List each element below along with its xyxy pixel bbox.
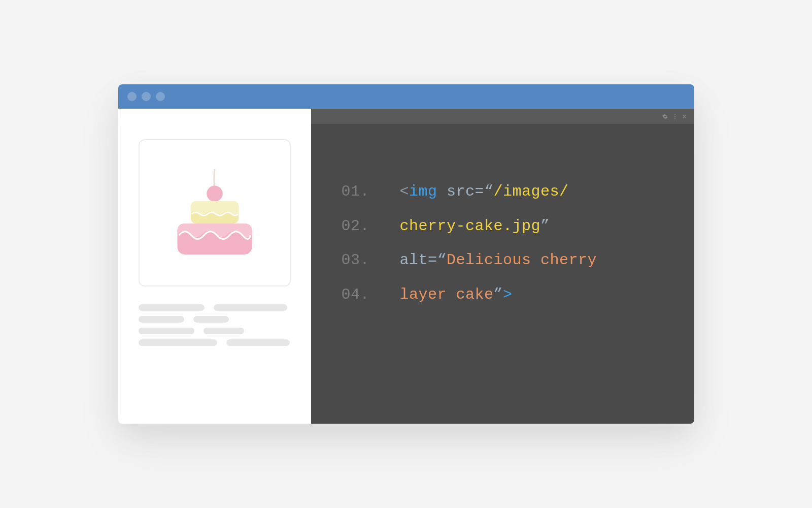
code-token: ” [540, 217, 550, 235]
code-content: layer cake”> [400, 278, 513, 312]
code-token: “ [484, 183, 494, 200]
placeholder-line [214, 304, 287, 311]
code-content: alt=“Delicious cherry [400, 243, 597, 278]
placeholder-line [139, 339, 217, 346]
code-token: Delicious cherry [447, 251, 597, 269]
code-editor[interactable]: 01.<img src=“/images/02.cherry-cake.jpg”… [311, 124, 694, 424]
close-icon[interactable] [682, 114, 687, 119]
svg-point-0 [207, 185, 223, 202]
code-token: < [400, 183, 410, 200]
code-token: ” [494, 286, 503, 303]
traffic-light-maximize[interactable] [156, 92, 165, 101]
code-token: “ [437, 251, 447, 269]
placeholder-line [226, 339, 290, 346]
code-token: cherry-cake.jpg [400, 217, 541, 235]
code-line: 01.<img src=“/images/ [342, 175, 664, 209]
placeholder-line [139, 304, 205, 311]
traffic-light-minimize[interactable] [142, 92, 151, 101]
code-line: 04.layer cake”> [342, 278, 664, 312]
editor-toolbar: ⋮ [311, 109, 694, 124]
code-token: img [409, 183, 437, 200]
code-content: cherry-cake.jpg” [400, 209, 550, 244]
placeholder-line [139, 316, 184, 323]
code-token: > [503, 286, 513, 303]
code-token: alt= [400, 251, 437, 269]
code-line: 02.cherry-cake.jpg” [342, 209, 664, 244]
image-preview-card [139, 139, 291, 287]
code-token: layer cake [400, 286, 494, 303]
placeholder-line [204, 328, 244, 334]
placeholder-line [193, 316, 229, 323]
code-token: /images/ [494, 183, 569, 200]
line-number: 03. [342, 243, 400, 278]
gear-icon[interactable] [662, 114, 668, 119]
preview-pane [118, 109, 311, 424]
line-number: 04. [342, 278, 400, 312]
code-token [437, 183, 447, 200]
line-number: 02. [342, 209, 400, 244]
code-content: <img src=“/images/ [400, 175, 569, 209]
traffic-light-close[interactable] [127, 92, 137, 101]
browser-window: ⋮ 01.<img src=“/images/02.cherry-cake.jp… [118, 84, 694, 424]
cake-icon [161, 160, 268, 266]
more-icon[interactable]: ⋮ [672, 114, 678, 119]
text-placeholder-block [139, 304, 291, 346]
placeholder-line [139, 328, 194, 334]
code-token: src= [447, 183, 484, 200]
code-editor-pane: ⋮ 01.<img src=“/images/02.cherry-cake.jp… [311, 109, 694, 424]
window-titlebar [118, 84, 694, 109]
window-body: ⋮ 01.<img src=“/images/02.cherry-cake.jp… [118, 109, 694, 424]
line-number: 01. [342, 175, 400, 209]
code-line: 03.alt=“Delicious cherry [342, 243, 664, 278]
